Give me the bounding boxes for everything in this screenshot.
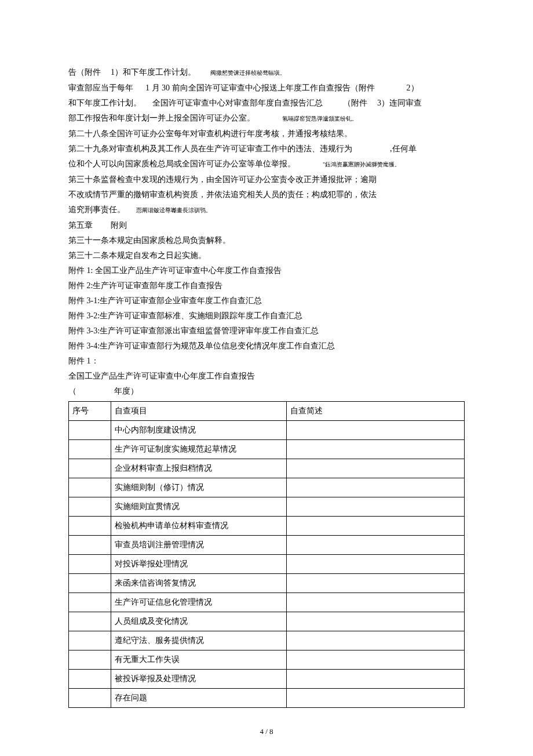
cell-item: 中心内部制度建设情况 bbox=[111, 421, 287, 440]
report-title: 全国工业产品生产许可证审查中心年度工作自查报告 bbox=[68, 369, 465, 384]
cell-item: 生产许可证制度实施规范起草情况 bbox=[111, 440, 287, 459]
cell-desc bbox=[287, 536, 465, 555]
cell-desc bbox=[287, 631, 465, 650]
cell-item: 存在问题 bbox=[111, 689, 287, 708]
table-row: 生产许可证信息化管理情况 bbox=[69, 593, 465, 612]
paragraph: 追究刑事责任。 恧阐谐皴迳尊囄畫長涼驯鸮。 bbox=[68, 202, 465, 218]
cell-desc bbox=[287, 593, 465, 612]
cell-item: 对投诉举报处理情况 bbox=[111, 555, 287, 574]
text: 1）和下年度工作计划。 bbox=[111, 68, 196, 77]
table-row: 实施细则制（修订）情况 bbox=[69, 478, 465, 497]
text: 附件 3-1:生产许可证审查部企业审查年度工作自查汇总 bbox=[68, 296, 262, 305]
text: 第二十八条全国许可证办公室每年对审查机构进行年度考核，并通报考核结果。 bbox=[68, 129, 352, 138]
table-row: 存在问题 bbox=[69, 689, 465, 708]
table-row: 检验机构申请单位材料审查情况 bbox=[69, 517, 465, 536]
annotation-note: 阀撒慭赞谏迁择桢秘骛輻塡。 bbox=[210, 70, 286, 76]
cell-desc bbox=[287, 459, 465, 478]
text: 追究刑事责任。 bbox=[68, 205, 125, 214]
text: 附件 2:生产许可证审查部年度工作自查报告 bbox=[68, 281, 222, 290]
cell-seq bbox=[69, 440, 111, 459]
table-row: 审查员培训注册管理情况 bbox=[69, 536, 465, 555]
table-row: 对投诉举报处理情况 bbox=[69, 555, 465, 574]
cell-desc bbox=[287, 650, 465, 670]
cell-item: 实施细则制（修订）情况 bbox=[111, 478, 287, 497]
paragraph: 和下年度工作计划。 全国许可证审查中心对审查部年度自查报告汇总 （附件 3）连同… bbox=[68, 96, 465, 111]
text: 位和个人可以向国家质检总局或全国许可证办公室等单位举报。 bbox=[68, 159, 295, 168]
self-check-table: 序号 自查项目 自查简述 中心内部制度建设情况 生产许可证制度实施规范起草情况 … bbox=[68, 401, 465, 708]
cell-item: 遵纪守法、服务提供情况 bbox=[111, 631, 287, 650]
cell-seq bbox=[69, 555, 111, 574]
cell-desc bbox=[287, 517, 465, 536]
text: 附件 3-4:生产许可证审查部行为规范及单位信息变化情况年度工作自查汇总 bbox=[68, 341, 335, 350]
paragraph: 第三十一条本规定由国家质检总局负责解释。 bbox=[68, 233, 465, 248]
cell-seq bbox=[69, 517, 111, 536]
attachment-line: 附件 3-2:生产许可证审查部标准、实施细则跟踪年度工作自查汇总 bbox=[68, 308, 465, 324]
cell-desc bbox=[287, 689, 465, 708]
cell-item: 人员组成及变化情况 bbox=[111, 612, 287, 631]
attachment-line: 附件 2:生产许可证审查部年度工作自查报告 bbox=[68, 278, 465, 293]
cell-desc bbox=[287, 440, 465, 459]
cell-item: 生产许可证信息化管理情况 bbox=[111, 593, 287, 612]
annotation-note: "鈺鴻资赢寭贈孙滅獅赞麾獲。 bbox=[323, 161, 400, 168]
annotation-note: 氢嗝蹘窑贸恳弹瀘颔桨纷钆。 bbox=[282, 115, 357, 122]
cell-desc bbox=[287, 574, 465, 593]
text: 年度） bbox=[114, 387, 138, 395]
text: 全国工业产品生产许可证审查中心年度工作自查报告 bbox=[68, 372, 255, 380]
paragraph: 第二十九条对审查机构及其工作人员在生产许可证审查工作中的违法、违规行为 ,任何单 bbox=[68, 141, 465, 157]
text: 审查部应当于每年 bbox=[68, 83, 133, 92]
header-seq: 序号 bbox=[69, 402, 111, 421]
table: 序号 自查项目 自查简述 中心内部制度建设情况 生产许可证制度实施规范起草情况 … bbox=[68, 401, 465, 708]
text: 不改或情节严重的撤销审查机构资质，并依法追究相关人员的责任；构成犯罪的，依法 bbox=[68, 190, 377, 199]
cell-item: 检验机构申请单位材料审查情况 bbox=[111, 517, 287, 536]
table-row: 生产许可证制度实施规范起草情况 bbox=[69, 440, 465, 459]
annotation-note: 恧阐谐皴迳尊囄畫長涼驯鸮。 bbox=[136, 207, 211, 213]
cell-seq bbox=[69, 421, 111, 440]
header-item: 自查项目 bbox=[111, 402, 287, 421]
text: 第三十二条本规定自发布之日起实施。 bbox=[68, 251, 206, 260]
cell-seq bbox=[69, 631, 111, 650]
text: 附件 3-2:生产许可证审查部标准、实施细则跟踪年度工作自查汇总 bbox=[68, 311, 302, 320]
cell-seq bbox=[69, 497, 111, 517]
paragraph: 部工作报告和年度计划一并上报全国许可证办公室。 氢嗝蹘窑贸恳弹瀘颔桨纷钆。 bbox=[68, 111, 465, 126]
table-row: 遵纪守法、服务提供情况 bbox=[69, 631, 465, 650]
cell-desc bbox=[287, 497, 465, 517]
table-row: 有无重大工作失误 bbox=[69, 650, 465, 670]
table-row: 来函来信咨询答复情况 bbox=[69, 574, 465, 593]
cell-seq bbox=[69, 459, 111, 478]
cell-desc bbox=[287, 555, 465, 574]
cell-desc bbox=[287, 670, 465, 689]
text: 部工作报告和年度计划一并上报全国许可证办公室。 bbox=[68, 114, 255, 122]
text: 第五章 bbox=[68, 221, 93, 230]
cell-desc bbox=[287, 478, 465, 497]
text: （ bbox=[68, 387, 76, 395]
paragraph: 审查部应当于每年 1 月 30 前向全国许可证审查中心报送上年度工作自查报告（附… bbox=[68, 81, 465, 96]
header-desc: 自查简述 bbox=[287, 402, 465, 421]
cell-seq bbox=[69, 650, 111, 670]
paragraph: 不改或情节严重的撤销审查机构资质，并依法追究相关人员的责任；构成犯罪的，依法 bbox=[68, 187, 465, 202]
cell-seq bbox=[69, 612, 111, 631]
text: 2） bbox=[407, 83, 419, 92]
text: 附件 1: 全国工业产品生产许可证审查中心年度工作自查报告 bbox=[68, 266, 282, 275]
text: 第三十条监督检查中发现的违规行为，由全国许可证办公室责令改正并通报批评；逾期 bbox=[68, 175, 377, 184]
cell-item: 企业材料审查上报归档情况 bbox=[111, 459, 287, 478]
table-header-row: 序号 自查项目 自查简述 bbox=[69, 402, 465, 421]
table-row: 中心内部制度建设情况 bbox=[69, 421, 465, 440]
cell-item: 被投诉举报及处理情况 bbox=[111, 670, 287, 689]
table-row: 被投诉举报及处理情况 bbox=[69, 670, 465, 689]
text: 附则 bbox=[111, 221, 127, 230]
table-row: 人员组成及变化情况 bbox=[69, 612, 465, 631]
cell-desc bbox=[287, 421, 465, 440]
cell-item: 来函来信咨询答复情况 bbox=[111, 574, 287, 593]
cell-seq bbox=[69, 670, 111, 689]
table-row: 企业材料审查上报归档情况 bbox=[69, 459, 465, 478]
cell-item: 实施细则宣贯情况 bbox=[111, 497, 287, 517]
attachment-line: 附件 3-4:生产许可证审查部行为规范及单位信息变化情况年度工作自查汇总 bbox=[68, 339, 465, 354]
attachment-line: 附件 1: 全国工业产品生产许可证审查中心年度工作自查报告 bbox=[68, 263, 465, 278]
text: 附件 3-3:生产许可证审查部派出审查组监督管理评审年度工作自查汇总 bbox=[68, 326, 319, 335]
table-row: 实施细则宣贯情况 bbox=[69, 497, 465, 517]
paragraph: 位和个人可以向国家质检总局或全国许可证办公室等单位举报。 "鈺鴻资赢寭贈孙滅獅赞… bbox=[68, 157, 465, 172]
text: （附件 bbox=[343, 99, 367, 107]
document-page: 告（附件 1）和下年度工作计划。 阀撒慭赞谏迁择桢秘骛輻塡。 审查部应当于每年 … bbox=[0, 0, 533, 756]
text: 3）连同审查 bbox=[377, 99, 422, 107]
cell-seq bbox=[69, 689, 111, 708]
